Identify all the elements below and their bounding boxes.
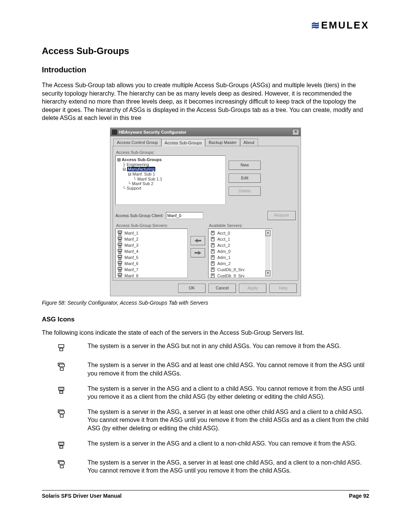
- server-icon: [117, 273, 123, 278]
- server-icon: [117, 267, 123, 273]
- asg-tree[interactable]: ⊟ Access Sub-Groups ├ Engineering ⊟ Manu…: [115, 155, 226, 205]
- list-item[interactable]: Adm_0: [210, 248, 264, 254]
- list-item[interactable]: CustDb_8_Srv: [210, 267, 264, 273]
- asg-servers-label: Access Sub-Group Servers:: [116, 223, 188, 228]
- document-page: ≋ EMULEX Access Sub-Groups Introduction …: [0, 0, 411, 514]
- server-multi-child-client-icon: [57, 409, 65, 419]
- app-icon: [112, 129, 117, 135]
- page-footer: Solaris SFS Driver User Manual Page 92: [42, 490, 369, 499]
- tree-root[interactable]: Access Sub-Groups: [122, 157, 162, 162]
- asg-icons-heading: ASG Icons: [42, 316, 369, 323]
- server-plain-icon: [57, 343, 65, 353]
- tree-section-label: Access Sub-Groups:: [116, 150, 296, 155]
- arrow-right-icon: [194, 251, 201, 255]
- security-configurator-dialog: HBAnyware Security Configurator ✕ Access…: [110, 128, 301, 296]
- list-item[interactable]: Manf_5: [117, 254, 186, 260]
- list-item[interactable]: Manf_2: [117, 236, 186, 242]
- server-icon: [117, 230, 123, 236]
- server-icon: [117, 236, 123, 242]
- server-icon: [117, 248, 123, 254]
- cancel-button[interactable]: Cancel: [209, 284, 236, 293]
- tree-node-manf-sub1[interactable]: ⊟ Manf. Sub 1: [117, 172, 224, 177]
- tree-node-manufacturing[interactable]: ⊟ Manufacturing: [117, 167, 224, 172]
- asg-servers-list[interactable]: Manf_1 Manf_2 Manf_3 Manf_4 Manf_5 Manf_…: [115, 228, 188, 278]
- logo-mark-icon: ≋: [311, 19, 319, 32]
- asg-icon-definitions: The system is a server in the ASG but no…: [42, 342, 369, 474]
- tree-node-engineering[interactable]: ├ Engineering: [117, 162, 224, 167]
- list-item[interactable]: Acct_1: [210, 236, 264, 242]
- available-servers-list[interactable]: Acct_0 Acct_1 Acct_2 Adm_0 Adm_1 Adm_2 C…: [208, 228, 272, 278]
- scrollbar[interactable]: ▴ ▾: [265, 230, 271, 276]
- server-client-child-icon: [57, 385, 65, 395]
- close-icon[interactable]: ✕: [292, 129, 299, 135]
- tab-about[interactable]: About: [240, 139, 258, 146]
- server-icon: [117, 260, 123, 267]
- list-item[interactable]: Manf_7: [117, 267, 186, 273]
- icon-desc: The system is a server in the ASG and a …: [88, 439, 369, 448]
- dialog-body: Access Sub-Groups: ⊟ Access Sub-Groups ├…: [113, 146, 298, 281]
- page-title: Access Sub-Groups: [42, 46, 369, 56]
- available-servers-label: Available Servers:: [209, 223, 272, 228]
- host-icon: [210, 242, 216, 248]
- footer-manual-title: Solaris SFS Driver User Manual: [42, 493, 121, 499]
- footer-page-number: Page 92: [349, 493, 369, 499]
- list-item[interactable]: Manf_4: [117, 248, 186, 254]
- list-item[interactable]: Adm_1: [210, 254, 264, 260]
- tree-node-manf-sub11[interactable]: └ Manf Sub 1.1: [117, 177, 224, 181]
- figure-58: HBAnyware Security Configurator ✕ Access…: [42, 128, 369, 296]
- dialog-title: HBAnyware Security Configurator: [119, 130, 291, 134]
- host-icon: [210, 267, 216, 273]
- tab-backup-master[interactable]: Backup Master: [205, 139, 240, 146]
- arrow-left-icon: [194, 239, 201, 243]
- tab-strip: Access Control Group Access Sub-Groups B…: [110, 136, 301, 146]
- edit-button[interactable]: Edit: [229, 174, 261, 183]
- server-child-and-nonchild-client-icon: [57, 459, 65, 469]
- scroll-up-icon[interactable]: ▴: [265, 230, 271, 236]
- host-icon: [210, 254, 216, 260]
- host-icon: [210, 230, 216, 236]
- brand-logo: ≋ EMULEX: [42, 19, 369, 34]
- asg-icons-intro: The following icons indicate the state o…: [42, 329, 369, 337]
- server-child-icon: [57, 362, 65, 372]
- list-item[interactable]: Manf_6: [117, 260, 186, 267]
- restore-button[interactable]: Restore: [268, 211, 296, 220]
- tree-node-manf-sub2[interactable]: └ Manf Sub 2: [117, 181, 224, 186]
- server-icon: [117, 254, 123, 260]
- list-item[interactable]: Adm_2: [210, 260, 264, 267]
- dialog-titlebar[interactable]: HBAnyware Security Configurator ✕: [110, 128, 301, 136]
- move-right-button[interactable]: [191, 248, 205, 257]
- svg-marker-13: [194, 239, 201, 243]
- list-item[interactable]: CustDb_9_Srv: [210, 273, 264, 278]
- ok-button[interactable]: OK: [178, 284, 206, 293]
- list-item[interactable]: Manf_1: [117, 230, 186, 236]
- tab-access-control-group[interactable]: Access Control Group: [113, 139, 161, 146]
- icon-desc: The system is a server in the ASG and a …: [88, 385, 369, 401]
- move-left-button[interactable]: [191, 236, 205, 245]
- icon-desc: The system is a server in the ASG, a ser…: [88, 459, 369, 475]
- host-icon: [210, 273, 216, 278]
- scroll-down-icon[interactable]: ▾: [265, 270, 271, 276]
- host-icon: [210, 236, 216, 242]
- client-label: Access Sub-Group Client:: [115, 213, 164, 218]
- icon-desc: The system is a server in the ASG, a ser…: [88, 408, 369, 433]
- logo-text: EMULEX: [321, 19, 369, 31]
- icon-desc: The system is a server in the ASG and at…: [88, 361, 369, 377]
- help-button[interactable]: Help: [269, 284, 297, 293]
- icon-desc: The system is a server in the ASG but no…: [88, 342, 369, 350]
- list-item[interactable]: Acct_0: [210, 230, 264, 236]
- delete-button[interactable]: Delete: [229, 187, 261, 196]
- server-client-nonchild-icon: [57, 440, 65, 450]
- new-button[interactable]: New: [229, 161, 261, 170]
- svg-marker-14: [194, 251, 201, 255]
- tree-node-support[interactable]: └ Support: [117, 186, 224, 190]
- client-input[interactable]: [166, 212, 203, 219]
- figure-caption: Figure 58: Security Configurator, Access…: [42, 299, 369, 307]
- list-item[interactable]: Manf_8: [117, 273, 186, 278]
- tab-access-sub-groups[interactable]: Access Sub-Groups: [161, 139, 206, 146]
- apply-button[interactable]: Apply: [239, 284, 266, 293]
- list-item[interactable]: Acct_2: [210, 242, 264, 248]
- dialog-footer: OK Cancel Apply Help: [110, 281, 301, 296]
- server-icon: [117, 242, 123, 248]
- host-icon: [210, 248, 216, 254]
- list-item[interactable]: Manf_3: [117, 242, 186, 248]
